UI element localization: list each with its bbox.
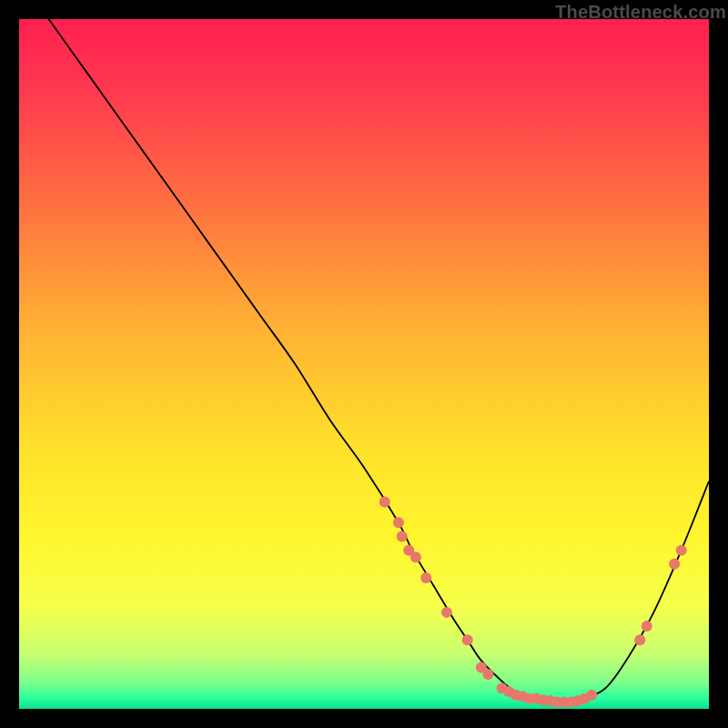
curve-marker-dot (397, 531, 408, 542)
watermark-text: TheBottleneck.com (555, 2, 726, 23)
curve-marker-dot (634, 634, 645, 645)
curve-marker-dot (676, 545, 687, 556)
curve-marker-dot (642, 621, 652, 632)
chart-frame (19, 19, 709, 709)
curve-marker-dot (410, 551, 421, 562)
curve-marker-dot (669, 559, 680, 570)
curve-marker-dot (379, 497, 390, 508)
curve-marker-dot (393, 517, 404, 528)
curve-marker-dot (586, 690, 597, 701)
curve-marker-dot (441, 607, 452, 618)
curve-marker-dot (462, 634, 473, 645)
curve-marker-dot (420, 572, 431, 583)
chart-svg (19, 19, 709, 709)
curve-marker-dot (482, 669, 493, 680)
